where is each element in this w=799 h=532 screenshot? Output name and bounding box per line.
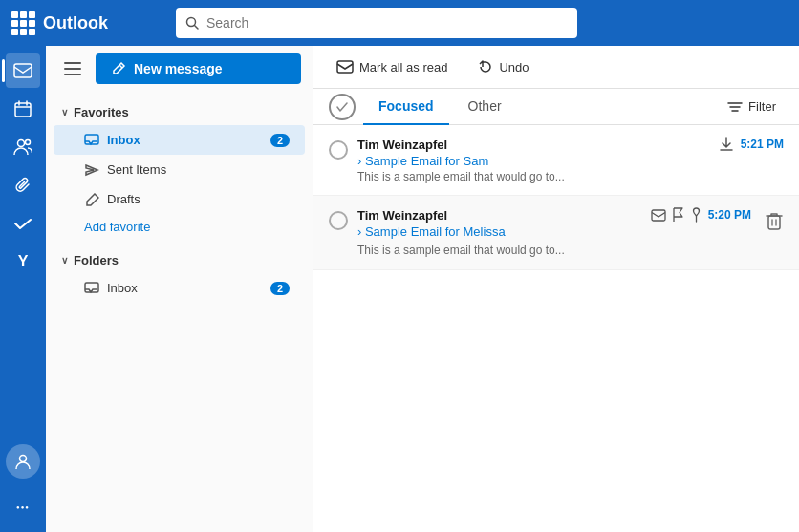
sidebar-item-inbox2[interactable]: Inbox 2	[54, 273, 305, 303]
email-body: Tim Weinzapfel	[357, 207, 751, 258]
grid-icon	[11, 11, 35, 35]
sidebar-nav: ∨ Favorites Inbox 2 Sent Items	[46, 92, 313, 532]
email-toolbar: Mark all as read Undo	[313, 46, 799, 89]
nav-attach[interactable]	[6, 168, 40, 202]
mark-all-read-button[interactable]: Mark all as read	[329, 56, 455, 78]
tab-focused-label: Focused	[378, 98, 434, 114]
undo-icon	[478, 59, 493, 74]
tab-other-label: Other	[468, 98, 502, 114]
email-panel: Mark all as read Undo Focused Other	[313, 46, 799, 532]
tab-other[interactable]: Other	[453, 89, 517, 125]
inbox-badge: 2	[270, 134, 290, 147]
tabs-row: Focused Other Filter	[313, 89, 799, 125]
new-message-button[interactable]: New message	[96, 53, 301, 84]
tab-focused[interactable]: Focused	[363, 89, 449, 125]
select-all-checkbox[interactable]	[329, 94, 356, 120]
email-header-row: Tim Weinzapfel 5:21 PM	[357, 137, 784, 152]
hamburger-icon	[64, 74, 81, 75]
sidebar-item-sent[interactable]: Sent Items	[54, 155, 305, 184]
pin-action-icon[interactable]	[690, 207, 702, 223]
download-icon[interactable]	[720, 137, 733, 152]
nav-more[interactable]: ●●●	[6, 490, 40, 524]
email-time: 5:20 PM	[708, 208, 751, 222]
search-icon	[185, 16, 199, 30]
undo-label: Undo	[499, 60, 529, 74]
email-item[interactable]: Tim Weinzapfel 5:21 PM Sample Email for …	[313, 125, 799, 196]
email-action-icon[interactable]	[651, 209, 666, 222]
svg-rect-2	[14, 64, 32, 77]
nav-checkmark[interactable]	[6, 206, 40, 241]
flag-action-icon[interactable]	[672, 207, 684, 223]
search-input[interactable]	[206, 15, 568, 31]
inbox2-badge: 2	[270, 282, 290, 295]
mark-all-read-label: Mark all as read	[359, 60, 447, 74]
sent-icon	[84, 163, 99, 177]
favorites-section-header[interactable]: ∨ Favorites	[46, 99, 313, 125]
svg-point-9	[20, 456, 27, 462]
filter-label: Filter	[748, 99, 776, 114]
email-select-radio[interactable]	[329, 211, 348, 230]
hamburger-button[interactable]	[57, 53, 88, 84]
folders-section-header[interactable]: ∨ Folders	[46, 247, 313, 273]
drafts-icon	[84, 193, 99, 206]
mark-read-icon	[336, 60, 354, 74]
compose-icon	[111, 61, 126, 76]
email-preview: This is a sample email that would go to.…	[357, 244, 565, 257]
hamburger-icon	[64, 62, 81, 64]
email-item[interactable]: Tim Weinzapfel	[313, 196, 799, 270]
svg-point-8	[26, 140, 31, 145]
app-name: Outlook	[43, 13, 108, 33]
inbox2-label: Inbox	[107, 281, 138, 295]
email-list: Tim Weinzapfel 5:21 PM Sample Email for …	[313, 125, 799, 532]
folders-label: Folders	[74, 253, 119, 267]
topbar: Outlook	[0, 0, 799, 46]
filter-button[interactable]: Filter	[720, 96, 784, 117]
nav-mail[interactable]	[6, 53, 40, 88]
svg-rect-3	[15, 103, 31, 117]
new-message-label: New message	[134, 61, 223, 76]
nav-yammer[interactable]: Y	[6, 245, 40, 279]
svg-rect-12	[337, 61, 353, 73]
search-bar[interactable]	[176, 8, 577, 38]
email-time: 5:21 PM	[741, 138, 784, 151]
main-layout: Y ●●● New message	[0, 46, 799, 532]
inbox-label: Inbox	[107, 133, 140, 147]
drafts-label: Drafts	[107, 192, 140, 206]
nav-people[interactable]	[6, 130, 40, 164]
email-select-radio[interactable]	[329, 140, 348, 160]
hamburger-icon	[64, 68, 81, 70]
svg-point-7	[18, 140, 25, 147]
email-sender: Tim Weinzapfel	[357, 138, 447, 152]
email-header-row: Tim Weinzapfel	[357, 207, 751, 223]
delete-button[interactable]	[765, 211, 784, 232]
email-subject: Sample Email for Sam	[357, 154, 784, 168]
sidebar: New message ∨ Favorites Inbox 2	[46, 46, 313, 532]
nav-avatar[interactable]	[6, 444, 40, 479]
add-favorite-label: Add favorite	[84, 220, 150, 234]
delete-icon	[765, 211, 784, 232]
sidebar-item-inbox[interactable]: Inbox 2	[54, 125, 305, 155]
app-logo: Outlook	[11, 11, 164, 35]
nav-calendar[interactable]	[6, 92, 40, 126]
svg-line-1	[195, 26, 199, 30]
favorites-label: Favorites	[74, 105, 129, 119]
svg-rect-17	[652, 210, 665, 221]
undo-button[interactable]: Undo	[470, 55, 536, 78]
inbox-icon	[84, 134, 99, 147]
chevron-down-icon: ∨	[61, 107, 68, 117]
filter-icon	[727, 100, 743, 114]
sidebar-toolbar: New message	[46, 46, 313, 92]
email-preview: This is a sample email that would go to.…	[357, 170, 784, 183]
email-subject: Sample Email for Melissa	[357, 224, 751, 239]
svg-rect-20	[768, 216, 780, 229]
email-sender: Tim Weinzapfel	[357, 208, 447, 223]
add-favorite-button[interactable]: Add favorite	[54, 214, 305, 240]
sent-items-label: Sent Items	[107, 162, 166, 177]
icon-rail: Y ●●●	[0, 46, 46, 532]
inbox2-icon	[84, 282, 99, 295]
sidebar-item-drafts[interactable]: Drafts	[54, 184, 305, 214]
chevron-down-icon: ∨	[61, 255, 68, 266]
email-body: Tim Weinzapfel 5:21 PM Sample Email for …	[357, 137, 784, 183]
